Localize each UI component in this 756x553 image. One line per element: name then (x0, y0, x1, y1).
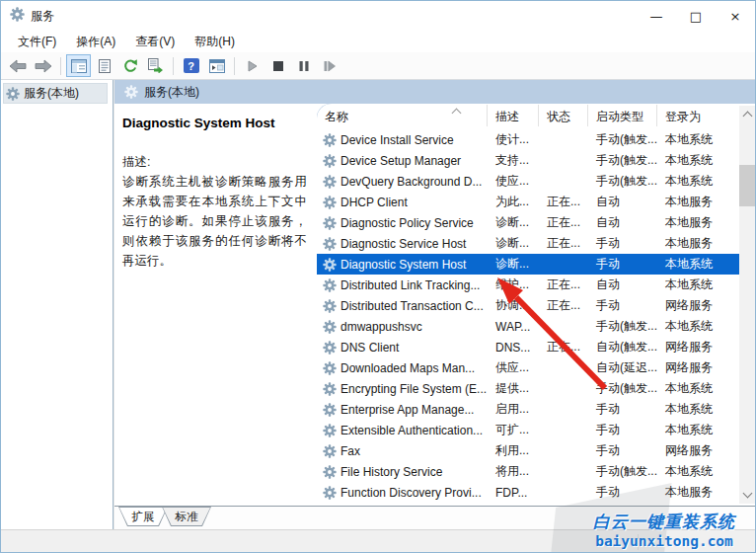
service-gear-icon (323, 299, 337, 313)
service-logon-cell: 本地系统 (657, 256, 726, 273)
close-button[interactable]: × (716, 1, 755, 31)
stop-service-icon (273, 61, 283, 71)
table-row[interactable]: Device Install Service 使计... 手动(触发... 本地… (317, 129, 755, 150)
show-console-tree-button[interactable] (66, 54, 91, 77)
window-title: 服务 (31, 8, 54, 25)
column-header-description[interactable]: 描述 (488, 105, 539, 126)
export-list-button[interactable] (143, 54, 168, 77)
table-row[interactable]: Diagnostic Policy Service 诊断... 正在... 自动… (317, 212, 755, 233)
table-row[interactable]: Encrypting File System (E... 提供... 手动(触发… (317, 378, 755, 399)
service-logon-cell: 本地服务 (657, 194, 726, 210)
forward-button[interactable] (31, 54, 55, 77)
service-startup-type-cell: 手动 (588, 235, 657, 252)
service-description-cell: 将用... (488, 463, 539, 480)
pause-service-button[interactable] (291, 54, 316, 77)
table-row[interactable]: Diagnostic System Host 诊断... 手动 本地系统 (317, 254, 755, 275)
service-description-cell: 为此... (488, 194, 539, 210)
service-description-cell: 维护... (488, 276, 539, 293)
service-description-cell: 可扩... (488, 422, 539, 438)
services-gear-icon (10, 7, 25, 25)
tab-standard[interactable]: 标准 (162, 507, 211, 526)
tree-item-services-local[interactable]: 服务(本地) (3, 83, 108, 104)
chevron-up-icon (744, 113, 751, 119)
service-description-cell: 启用... (488, 401, 539, 418)
table-row[interactable]: File History Service 将用... 手动(触发... 本地系统 (317, 461, 755, 482)
service-logon-cell: 本地系统 (657, 422, 726, 438)
service-startup-type-cell: 自动(触发... (588, 339, 657, 356)
table-row[interactable]: Downloaded Maps Man... 供应... 自动(延迟... 网络… (317, 357, 755, 378)
menu-file[interactable]: 文件(F) (9, 32, 65, 52)
help-icon: ? (184, 58, 199, 73)
service-startup-type-cell: 手动(触发... (588, 173, 657, 190)
service-status-cell: 正在... (539, 297, 588, 314)
table-row[interactable]: DHCP Client 为此... 正在... 自动 本地服务 (317, 192, 755, 212)
service-gear-icon (323, 320, 337, 334)
service-name-cell: Downloaded Maps Man... (317, 361, 488, 375)
minimize-button[interactable]: — (637, 1, 676, 31)
column-header-logon-as[interactable]: 登录为 (657, 105, 726, 126)
table-row[interactable]: Fax 利用... 手动 网络服务 (317, 440, 755, 461)
table-row[interactable]: Extensible Authentication... 可扩... 手动 本地… (317, 420, 755, 440)
service-name: Downloaded Maps Man... (340, 361, 475, 375)
service-detail-pane: Diagnostic System Host 描述: 诊断系统主机被诊断策略服务… (114, 104, 317, 506)
service-startup-type-cell: 手动 (588, 256, 657, 273)
service-name-cell: Distributed Transaction C... (317, 299, 488, 313)
service-logon-cell: 本地系统 (657, 173, 726, 190)
export-list-icon (147, 58, 164, 73)
view-tabs: 扩展 标准 (114, 506, 755, 529)
menu-view[interactable]: 查看(V) (126, 32, 184, 52)
properties-button[interactable] (92, 54, 116, 77)
service-gear-icon (323, 175, 337, 189)
service-gear-icon (323, 133, 337, 147)
table-row[interactable]: Enterprise App Manage... 启用... 手动 本地系统 (317, 399, 755, 420)
service-startup-type-cell: 手动(触发... (588, 380, 657, 397)
service-name: Device Setup Manager (340, 154, 461, 168)
start-service-button[interactable] (240, 54, 265, 77)
restart-service-button[interactable] (317, 54, 341, 77)
extended-view-button[interactable] (204, 54, 229, 77)
toolbar: ? (1, 52, 755, 80)
scroll-down-button[interactable] (739, 487, 755, 504)
column-header-status[interactable]: 状态 (539, 105, 588, 126)
service-logon-cell: 网络服务 (657, 442, 726, 459)
table-row[interactable]: DevQuery Background D... 使应... 手动(触发... … (317, 171, 755, 192)
table-row[interactable]: Device Setup Manager 支持... 手动(触发... 本地系统 (317, 150, 755, 171)
tab-extended[interactable]: 扩展 (118, 507, 168, 526)
table-row[interactable]: DNS Client DNS... 正在... 自动(触发... 网络服务 (317, 337, 755, 357)
maximize-button[interactable]: □ (676, 1, 716, 31)
table-row[interactable]: Function Discovery Provi... FDP... 手动 本地… (317, 482, 755, 503)
service-name-cell: dmwappushsvc (317, 320, 488, 334)
table-row[interactable]: Distributed Link Tracking... 维护... 正在...… (317, 275, 755, 295)
service-description-cell: WAP... (488, 320, 539, 334)
column-header-name[interactable]: 名称 (317, 105, 488, 126)
main-area: 服务(本地) 服务(本地) Diagnostic System Host 描述:… (1, 80, 755, 529)
table-row[interactable]: Diagnostic Service Host 诊断... 正在... 手动 本… (317, 233, 755, 254)
menu-help[interactable]: 帮助(H) (186, 32, 244, 52)
status-bar (1, 529, 755, 553)
service-name-cell: Device Install Service (317, 133, 488, 147)
service-name: Diagnostic System Host (340, 258, 466, 272)
help-button[interactable]: ? (179, 54, 203, 77)
service-startup-type-cell: 自动 (588, 194, 657, 210)
service-description-cell: 协调... (488, 297, 539, 314)
service-gear-icon (323, 258, 337, 272)
status-bar-divider (638, 534, 639, 550)
services-pane: 服务(本地) Diagnostic System Host 描述: 诊断系统主机… (113, 80, 755, 529)
service-table-body: Device Install Service 使计... 手动(触发... 本地… (317, 129, 755, 503)
table-row[interactable]: dmwappushsvc WAP... 手动(触发... 本地系统 (317, 316, 755, 337)
menu-action[interactable]: 操作(A) (67, 32, 124, 52)
column-header-startup-type[interactable]: 启动类型 (588, 105, 657, 126)
stop-service-button[interactable] (265, 54, 290, 77)
service-name-cell: Distributed Link Tracking... (317, 278, 488, 292)
table-row[interactable]: Distributed Transaction C... 协调... 正在...… (317, 295, 755, 316)
vertical-scrollbar[interactable] (739, 106, 755, 504)
service-name: DevQuery Background D... (340, 175, 482, 189)
service-name: Fax (340, 444, 360, 458)
back-button[interactable] (5, 54, 30, 77)
toolbar-separator (60, 57, 61, 75)
refresh-button[interactable] (117, 54, 142, 77)
scrollbar-thumb[interactable] (739, 165, 755, 206)
menu-bar: 文件(F) 操作(A) 查看(V) 帮助(H) (1, 31, 755, 52)
service-description-cell: 使计... (488, 131, 539, 148)
scroll-up-button[interactable] (739, 106, 755, 122)
